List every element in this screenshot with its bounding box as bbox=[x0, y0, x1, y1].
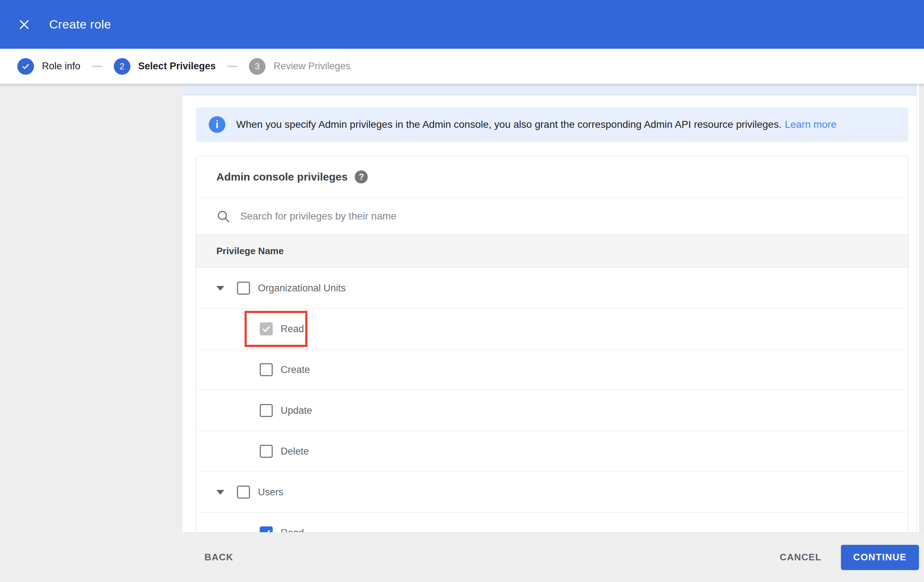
card-title-row: Admin console privileges ? bbox=[196, 156, 908, 198]
scrollbar-track[interactable] bbox=[916, 84, 924, 532]
step-select-privileges[interactable]: 2 Select Privileges bbox=[114, 58, 216, 75]
footer-bar: BACK CANCEL CONTINUE bbox=[0, 532, 924, 582]
privilege-row-users: Users bbox=[196, 472, 908, 513]
step2-label: Select Privileges bbox=[139, 61, 216, 72]
privilege-row-organizational-units: Organizational Units bbox=[196, 268, 908, 309]
close-button[interactable] bbox=[16, 16, 33, 33]
organizational-units-update-checkbox[interactable] bbox=[260, 404, 273, 417]
users-checkbox[interactable] bbox=[237, 486, 250, 499]
privilege-label: Delete bbox=[280, 446, 309, 457]
organizational-units-delete-checkbox[interactable] bbox=[260, 445, 273, 458]
expander-triangle-icon[interactable] bbox=[216, 286, 224, 291]
organizational-units-create-checkbox[interactable] bbox=[260, 363, 273, 376]
organizational-units-checkbox[interactable] bbox=[237, 282, 250, 295]
help-icon[interactable]: ? bbox=[355, 170, 368, 183]
search-input[interactable] bbox=[239, 210, 908, 223]
left-panel bbox=[0, 84, 182, 532]
privilege-label: Update bbox=[280, 405, 312, 416]
info-banner: i When you specify Admin privileges in t… bbox=[196, 107, 909, 142]
search-icon bbox=[216, 209, 230, 223]
privilege-rows: Organizational UnitsReadCreateUpdateDele… bbox=[196, 268, 908, 532]
privilege-label: Create bbox=[280, 364, 310, 376]
dialog-title: Create role bbox=[49, 17, 111, 31]
step3-label: Review Privileges bbox=[274, 61, 350, 72]
users-read-checkbox[interactable] bbox=[260, 526, 273, 532]
main-area: i When you specify Admin privileges in t… bbox=[0, 84, 924, 532]
table-header: Privilege Name bbox=[196, 234, 908, 268]
back-button[interactable]: BACK bbox=[205, 552, 233, 563]
checkmark-icon bbox=[262, 324, 271, 334]
continue-button[interactable]: CONTINUE bbox=[841, 545, 919, 570]
expander-triangle-icon[interactable] bbox=[216, 490, 224, 495]
privilege-label: Read bbox=[280, 323, 304, 335]
step2-circle: 2 bbox=[114, 58, 130, 75]
info-icon: i bbox=[209, 116, 225, 133]
step3-circle: 3 bbox=[249, 58, 266, 75]
step1-complete-circle bbox=[17, 58, 34, 75]
privilege-label: Users bbox=[258, 487, 284, 498]
stepper: Role info 2 Select Privileges 3 Review P… bbox=[0, 49, 924, 84]
privileges-card: Admin console privileges ? Privilege Nam… bbox=[196, 156, 909, 532]
app-bar: Create role bbox=[0, 0, 924, 49]
content-area: i When you specify Admin privileges in t… bbox=[182, 84, 916, 532]
column-header-privilege-name: Privilege Name bbox=[216, 246, 284, 257]
step-connector bbox=[227, 66, 237, 67]
card-title: Admin console privileges bbox=[216, 171, 348, 183]
step-connector bbox=[92, 66, 102, 67]
organizational-units-read-checkbox[interactable] bbox=[260, 322, 273, 335]
privilege-row-organizational-units-read: Read bbox=[196, 309, 908, 350]
step1-label: Role info bbox=[42, 61, 81, 72]
privilege-label: Organizational Units bbox=[258, 283, 346, 294]
step-review-privileges[interactable]: 3 Review Privileges bbox=[249, 58, 350, 75]
info-banner-text: When you specify Admin privileges in the… bbox=[236, 119, 837, 130]
learn-more-link[interactable]: Learn more bbox=[785, 119, 837, 130]
cancel-button[interactable]: CANCEL bbox=[779, 552, 822, 563]
privilege-row-organizational-units-update: Update bbox=[196, 390, 908, 431]
close-icon bbox=[18, 18, 30, 31]
check-icon bbox=[21, 62, 30, 71]
privilege-row-organizational-units-create: Create bbox=[196, 350, 908, 390]
checkmark-icon bbox=[262, 528, 271, 532]
step-role-info[interactable]: Role info bbox=[17, 58, 81, 75]
privilege-row-organizational-units-delete: Delete bbox=[196, 431, 908, 472]
privilege-label: Read bbox=[280, 528, 304, 533]
privilege-search-row bbox=[196, 198, 908, 234]
scrolled-content-strip bbox=[182, 84, 916, 95]
privilege-row-users-read: Read bbox=[196, 513, 908, 532]
create-role-dialog: Create role Role info 2 Select Privilege… bbox=[0, 0, 924, 582]
